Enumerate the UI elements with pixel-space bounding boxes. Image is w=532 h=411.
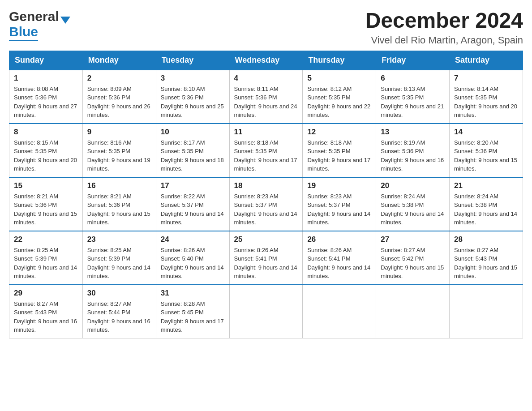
calendar-cell: 18Sunrise: 8:23 AMSunset: 5:37 PMDayligh… [229,177,303,231]
day-info: Sunrise: 8:12 AMSunset: 5:35 PMDaylight:… [307,85,371,120]
calendar-cell: 20Sunrise: 8:24 AMSunset: 5:38 PMDayligh… [376,177,450,231]
day-number: 9 [87,128,151,137]
day-info: Sunrise: 8:26 AMSunset: 5:41 PMDaylight:… [234,246,298,281]
logo-line2: Blue [9,24,38,39]
calendar-cell: 10Sunrise: 8:17 AMSunset: 5:35 PMDayligh… [156,124,229,177]
calendar-cell: 9Sunrise: 8:16 AMSunset: 5:35 PMDaylight… [82,124,156,177]
logo: General Blue [9,9,70,39]
day-info: Sunrise: 8:14 AMSunset: 5:35 PMDaylight:… [454,85,518,120]
day-number: 10 [161,128,225,137]
day-number: 17 [161,181,225,190]
day-info: Sunrise: 8:11 AMSunset: 5:36 PMDaylight:… [234,85,298,120]
logo-general-text: General [9,9,59,24]
calendar-cell [229,285,303,338]
calendar-week-5: 29Sunrise: 8:27 AMSunset: 5:43 PMDayligh… [9,285,523,338]
day-number: 18 [234,181,298,190]
day-number: 11 [234,128,298,137]
logo-line1: General [9,9,70,24]
calendar-week-3: 15Sunrise: 8:21 AMSunset: 5:36 PMDayligh… [9,177,523,231]
calendar-cell: 15Sunrise: 8:21 AMSunset: 5:36 PMDayligh… [9,177,83,231]
calendar-week-1: 1Sunrise: 8:08 AMSunset: 5:36 PMDaylight… [9,70,523,124]
day-number: 27 [381,235,445,244]
day-info: Sunrise: 8:27 AMSunset: 5:42 PMDaylight:… [381,246,445,281]
calendar-cell: 2Sunrise: 8:09 AMSunset: 5:36 PMDaylight… [82,70,156,124]
day-number: 26 [307,235,371,244]
day-number: 28 [454,235,518,244]
day-number: 23 [87,235,151,244]
day-number: 8 [14,128,78,137]
header-sunday: Sunday [9,51,83,70]
calendar-cell: 8Sunrise: 8:15 AMSunset: 5:35 PMDaylight… [9,124,83,177]
day-info: Sunrise: 8:21 AMSunset: 5:36 PMDaylight:… [14,192,78,227]
day-number: 25 [234,235,298,244]
day-info: Sunrise: 8:19 AMSunset: 5:36 PMDaylight:… [381,138,445,173]
calendar-cell: 11Sunrise: 8:18 AMSunset: 5:35 PMDayligh… [229,124,303,177]
calendar-cell: 16Sunrise: 8:21 AMSunset: 5:36 PMDayligh… [82,177,156,231]
day-number: 13 [381,128,445,137]
day-info: Sunrise: 8:21 AMSunset: 5:36 PMDaylight:… [87,192,151,227]
calendar-cell: 24Sunrise: 8:26 AMSunset: 5:40 PMDayligh… [156,231,229,285]
day-info: Sunrise: 8:26 AMSunset: 5:40 PMDaylight:… [161,246,225,281]
day-number: 21 [454,181,518,190]
day-number: 5 [307,74,371,83]
day-info: Sunrise: 8:17 AMSunset: 5:35 PMDaylight:… [161,138,225,173]
day-number: 22 [14,235,78,244]
day-number: 1 [14,74,78,83]
calendar-cell: 3Sunrise: 8:10 AMSunset: 5:36 PMDaylight… [156,70,229,124]
calendar-cell: 25Sunrise: 8:26 AMSunset: 5:41 PMDayligh… [229,231,303,285]
page-header: General Blue December 2024 Vivel del Rio… [9,9,523,46]
day-info: Sunrise: 8:27 AMSunset: 5:43 PMDaylight:… [14,300,78,334]
location-subtitle: Vivel del Rio Martin, Aragon, Spain [365,34,523,46]
calendar-cell: 14Sunrise: 8:20 AMSunset: 5:36 PMDayligh… [450,124,523,177]
header-monday: Monday [82,51,156,70]
day-info: Sunrise: 8:25 AMSunset: 5:39 PMDaylight:… [87,246,151,281]
calendar-cell [376,285,450,338]
calendar-cell [450,285,523,338]
day-info: Sunrise: 8:28 AMSunset: 5:45 PMDaylight:… [161,300,225,334]
calendar-table: SundayMondayTuesdayWednesdayThursdayFrid… [9,51,523,338]
day-info: Sunrise: 8:27 AMSunset: 5:44 PMDaylight:… [87,300,151,334]
day-info: Sunrise: 8:18 AMSunset: 5:35 PMDaylight:… [234,138,298,173]
day-number: 24 [161,235,225,244]
day-info: Sunrise: 8:23 AMSunset: 5:37 PMDaylight:… [307,192,371,227]
day-info: Sunrise: 8:10 AMSunset: 5:36 PMDaylight:… [161,85,225,120]
day-number: 30 [87,289,151,298]
day-number: 6 [381,74,445,83]
calendar-cell: 1Sunrise: 8:08 AMSunset: 5:36 PMDaylight… [9,70,83,124]
header-wednesday: Wednesday [229,51,303,70]
day-info: Sunrise: 8:08 AMSunset: 5:36 PMDaylight:… [14,85,78,120]
calendar-cell: 7Sunrise: 8:14 AMSunset: 5:35 PMDaylight… [450,70,523,124]
calendar-cell: 5Sunrise: 8:12 AMSunset: 5:35 PMDaylight… [303,70,376,124]
day-info: Sunrise: 8:09 AMSunset: 5:36 PMDaylight:… [87,85,151,120]
logo-blue-text: Blue [9,24,38,41]
logo-arrow-icon [60,17,70,24]
calendar-cell: 19Sunrise: 8:23 AMSunset: 5:37 PMDayligh… [303,177,376,231]
day-number: 16 [87,181,151,190]
calendar-cell: 23Sunrise: 8:25 AMSunset: 5:39 PMDayligh… [82,231,156,285]
day-number: 31 [161,289,225,298]
calendar-cell: 21Sunrise: 8:24 AMSunset: 5:38 PMDayligh… [450,177,523,231]
calendar-cell: 6Sunrise: 8:13 AMSunset: 5:35 PMDaylight… [376,70,450,124]
title-section: December 2024 Vivel del Rio Martin, Arag… [365,9,523,46]
calendar-cell: 4Sunrise: 8:11 AMSunset: 5:36 PMDaylight… [229,70,303,124]
day-number: 29 [14,289,78,298]
calendar-cell: 17Sunrise: 8:22 AMSunset: 5:37 PMDayligh… [156,177,229,231]
day-number: 7 [454,74,518,83]
header-thursday: Thursday [303,51,376,70]
calendar-week-4: 22Sunrise: 8:25 AMSunset: 5:39 PMDayligh… [9,231,523,285]
day-number: 20 [381,181,445,190]
calendar-cell: 30Sunrise: 8:27 AMSunset: 5:44 PMDayligh… [82,285,156,338]
calendar-cell: 31Sunrise: 8:28 AMSunset: 5:45 PMDayligh… [156,285,229,338]
day-number: 12 [307,128,371,137]
day-info: Sunrise: 8:15 AMSunset: 5:35 PMDaylight:… [14,138,78,173]
day-number: 2 [87,74,151,83]
calendar-header-row: SundayMondayTuesdayWednesdayThursdayFrid… [9,51,523,70]
day-info: Sunrise: 8:13 AMSunset: 5:35 PMDaylight:… [381,85,445,120]
calendar-cell: 28Sunrise: 8:27 AMSunset: 5:43 PMDayligh… [450,231,523,285]
calendar-cell: 12Sunrise: 8:18 AMSunset: 5:35 PMDayligh… [303,124,376,177]
day-info: Sunrise: 8:24 AMSunset: 5:38 PMDaylight:… [454,192,518,227]
day-info: Sunrise: 8:22 AMSunset: 5:37 PMDaylight:… [161,192,225,227]
day-info: Sunrise: 8:26 AMSunset: 5:41 PMDaylight:… [307,246,371,281]
calendar-week-2: 8Sunrise: 8:15 AMSunset: 5:35 PMDaylight… [9,124,523,177]
day-number: 19 [307,181,371,190]
